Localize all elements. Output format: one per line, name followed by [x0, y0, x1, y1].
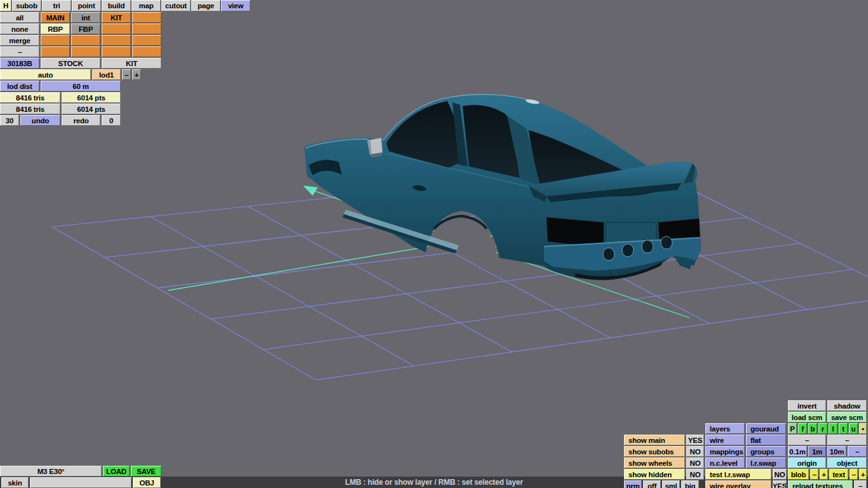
view-back-button[interactable]: b — [808, 423, 817, 434]
layer-slot-empty[interactable] — [41, 35, 70, 46]
text-plus-button[interactable]: + — [859, 469, 867, 480]
skin-name-field[interactable] — [30, 477, 132, 488]
obj-export-button[interactable]: OBJ — [133, 477, 161, 488]
reload-textures-button[interactable]: reload textures — [788, 480, 853, 488]
layer-slot-empty[interactable] — [102, 35, 131, 46]
layer-slot-empty[interactable] — [132, 12, 161, 23]
lod-auto-button[interactable]: auto — [0, 69, 91, 80]
layer-slot-empty[interactable] — [102, 24, 131, 34]
undo-button[interactable]: undo — [20, 115, 60, 126]
layer-all-button[interactable]: all — [0, 12, 39, 23]
text-minus-button[interactable]: – — [850, 469, 858, 480]
save-button[interactable]: SAVE — [131, 466, 161, 477]
nc-level-button[interactable]: n.c.level — [705, 458, 745, 468]
model-name-button[interactable]: M3 E30* — [0, 466, 102, 477]
mappings-button[interactable]: mappings — [705, 446, 745, 457]
layer-int-button[interactable]: int — [71, 12, 100, 23]
stock-button[interactable]: STOCK — [41, 58, 100, 69]
nrm-big-button[interactable]: big — [681, 480, 699, 488]
test-lr-swap-value[interactable]: NO — [773, 469, 787, 480]
redo-button[interactable]: redo — [62, 115, 100, 126]
grid-size-1m-button[interactable]: 1m — [808, 446, 826, 457]
show-subobs-toggle[interactable]: show subobs — [624, 446, 685, 457]
lr-swap-button[interactable]: l.r.swap — [746, 458, 786, 468]
view-front-button[interactable]: f — [798, 423, 807, 434]
flat-button[interactable]: flat — [746, 435, 786, 445]
blob-minus-button[interactable]: – — [810, 469, 818, 480]
layer-dash-button[interactable]: – — [0, 46, 39, 57]
nrm-button[interactable]: nrm — [624, 480, 642, 488]
groups-button[interactable]: groups — [746, 446, 786, 457]
origin-button[interactable]: origin — [788, 458, 826, 468]
lod-current-button[interactable]: lod1 — [92, 69, 121, 80]
layer-fbp-button[interactable]: FBP — [71, 24, 100, 34]
layer-none-button[interactable]: none — [0, 24, 39, 34]
menu-item-view-active[interactable]: view — [221, 0, 250, 11]
skin-button[interactable]: skin — [1, 477, 29, 488]
test-lr-swap-button[interactable]: test l.r.swap — [705, 469, 771, 480]
layer-slot-empty[interactable] — [132, 35, 161, 46]
lod-pts-count: 6014 pts — [62, 92, 121, 103]
blob-plus-button[interactable]: + — [820, 469, 828, 480]
layer-merge-button[interactable]: merge — [0, 35, 39, 46]
wire-button[interactable]: wire — [705, 435, 745, 445]
gouraud-button[interactable]: gouraud — [746, 423, 786, 434]
show-wheels-toggle[interactable]: show wheels — [624, 458, 685, 468]
layer-main-button[interactable]: MAIN — [41, 12, 70, 23]
menu-item-subob[interactable]: subob — [12, 0, 41, 11]
save-scm-button[interactable]: save scm — [827, 412, 867, 423]
layer-rbp-button[interactable]: RBP — [41, 24, 70, 34]
grid-size-01m-button[interactable]: 0.1m — [788, 446, 807, 457]
load-button[interactable]: LOAD — [103, 466, 130, 477]
menu-item-tri[interactable]: tri — [42, 0, 71, 11]
text-button[interactable]: text — [829, 469, 848, 480]
show-subobs-value[interactable]: NO — [686, 446, 704, 457]
blob-button[interactable]: blob — [788, 469, 809, 480]
menu-item-page[interactable]: page — [191, 0, 220, 11]
show-main-toggle[interactable]: show main — [624, 435, 685, 445]
dash-button[interactable]: – — [827, 435, 867, 445]
shadow-button[interactable]: shadow — [827, 400, 867, 411]
object-button[interactable]: object — [827, 458, 867, 468]
menu-item-build[interactable]: build — [102, 0, 131, 11]
lod-dist-value[interactable]: 60 m — [41, 81, 121, 92]
layer-slot-empty[interactable] — [41, 46, 70, 57]
layer-slot-empty[interactable] — [132, 46, 161, 57]
lod-plus-button[interactable]: + — [132, 69, 141, 80]
nrm-sml-button[interactable]: sml — [662, 480, 680, 488]
grid-size-10m-button[interactable]: 10m — [827, 446, 846, 457]
view-top-button[interactable]: t — [839, 423, 848, 434]
wire-overlay-value[interactable]: YES — [773, 480, 787, 488]
layers-button[interactable]: layers — [705, 423, 745, 434]
view-right-button[interactable]: r — [818, 423, 827, 434]
menu-item-cutout[interactable]: cutout — [161, 0, 191, 11]
grid-size-dash-button[interactable]: – — [848, 446, 867, 457]
kit-button[interactable]: KIT — [102, 58, 161, 69]
view-dot-button[interactable]: • — [859, 423, 867, 434]
model-id-button[interactable]: 30183B — [0, 58, 39, 69]
wire-overlay-toggle[interactable]: wire overlay — [705, 480, 771, 488]
view-perspective-button[interactable]: P — [788, 423, 797, 434]
show-main-value[interactable]: YES — [686, 435, 704, 445]
layer-slot-empty[interactable] — [71, 46, 100, 57]
nrm-off-button[interactable]: off — [643, 480, 661, 488]
menu-item-h[interactable]: H — [0, 0, 11, 11]
show-hidden-toggle[interactable]: show hidden — [624, 469, 685, 480]
show-wheels-value[interactable]: NO — [686, 458, 704, 468]
lod-minus-button[interactable]: – — [122, 69, 131, 80]
dash-button[interactable]: – — [788, 435, 826, 445]
show-hidden-value[interactable]: NO — [686, 469, 704, 480]
invert-button[interactable]: invert — [788, 400, 826, 411]
undo-steps-count: 30 — [0, 115, 19, 126]
menu-item-point[interactable]: point — [72, 0, 101, 11]
reload-textures-dash-button[interactable]: – — [854, 480, 867, 488]
lod-tris-count: 8416 tris — [0, 92, 60, 103]
layer-slot-empty[interactable] — [71, 35, 100, 46]
menu-item-map[interactable]: map — [132, 0, 161, 11]
view-under-button[interactable]: u — [849, 423, 858, 434]
view-left-button[interactable]: l — [829, 423, 837, 434]
layer-slot-empty[interactable] — [102, 46, 131, 57]
layer-kit-button[interactable]: KIT — [102, 12, 131, 23]
layer-slot-empty[interactable] — [132, 24, 161, 34]
load-scm-button[interactable]: load scm — [788, 412, 826, 423]
